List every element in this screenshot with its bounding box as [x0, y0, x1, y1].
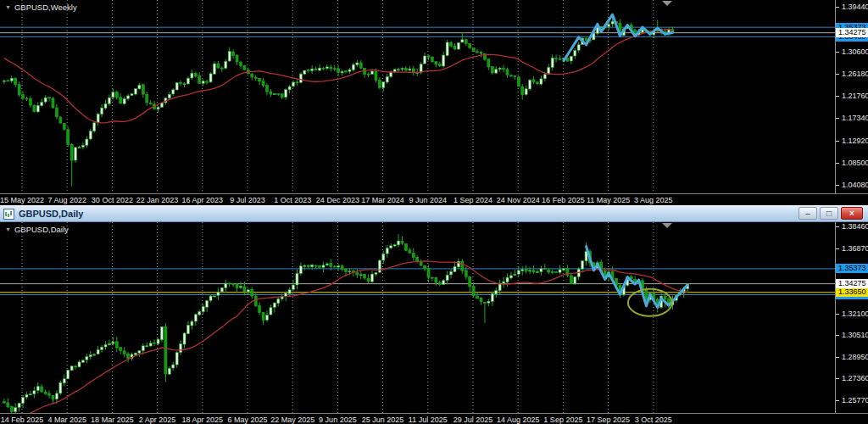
time-axis-label: 1 Sep 2024 [453, 196, 492, 204]
price-axis-tick [836, 7, 839, 8]
weekly-time-axis[interactable]: 15 May 20227 Aug 202230 Oct 202222 Jan 2… [0, 193, 868, 205]
price-axis-tick [836, 74, 839, 75]
candles-layer [3, 234, 688, 413]
time-axis-label: 9 Jul 2023 [230, 196, 265, 204]
time-axis-label: 30 Oct 2022 [92, 196, 133, 204]
weekly-symbol-label: ▼GBPUSD,Weekly [5, 3, 77, 12]
price-tag-line[interactable]: 1.35373 [836, 264, 868, 273]
time-axis-label: 17 Mar 2024 [361, 196, 404, 204]
weekly-chart-area[interactable]: ▼GBPUSD,Weekly [0, 0, 835, 193]
price-tag-bid: 1.34275 [836, 279, 868, 288]
price-axis-tick [836, 226, 839, 227]
price-axis-label: 1.27360 [842, 374, 868, 382]
price-axis-tick [836, 118, 839, 119]
price-axis-tick [836, 248, 839, 249]
candles-layer [3, 14, 674, 187]
price-axis-tick [836, 314, 839, 315]
chart-window-icon [3, 208, 14, 219]
time-axis-label: 18 Mar 2025 [91, 416, 134, 424]
time-axis-label: 25 Jun 2025 [362, 416, 404, 424]
time-axis-label: 3 Aug 2025 [634, 196, 673, 204]
time-axis-label: 16 Apr 2023 [182, 196, 224, 204]
price-tag-yellow-line[interactable]: 1.33650 [836, 287, 868, 297]
price-axis-label: 1.04080 [842, 181, 868, 189]
price-axis-tick [836, 163, 839, 164]
time-axis-label: 17 Sep 2025 [587, 416, 630, 424]
grid-layer [22, 222, 654, 413]
price-axis-label: 1.30510 [842, 331, 868, 339]
time-axis-label: 11 May 2025 [587, 196, 630, 204]
time-axis-label: 7 Aug 2022 [47, 196, 86, 204]
time-axis-label: 9 Jun 2025 [319, 416, 357, 424]
time-axis-label: 2 Apr 2025 [139, 416, 176, 424]
weekly-chart-window: ▼GBPUSD,Weekly 1.394401.350201.306001.26… [0, 0, 868, 205]
weekly-price-axis[interactable]: 1.394401.350201.306001.261801.217601.173… [835, 0, 868, 193]
time-axis-label: 24 Nov 2024 [497, 196, 540, 204]
one-click-trading-arrow-icon[interactable]: ▼ [5, 4, 11, 10]
price-axis-tick [836, 185, 839, 186]
price-axis-tick [836, 378, 839, 379]
price-axis-label: 1.26180 [842, 70, 868, 78]
chart-shift-marker-icon[interactable] [662, 1, 672, 6]
time-axis-label: 14 Aug 2025 [497, 416, 540, 424]
price-axis-label: 1.21760 [842, 92, 868, 100]
daily-symbol-label: ▼GBPUSD,Daily [5, 225, 69, 234]
time-axis-label: 14 Feb 2025 [1, 416, 44, 424]
price-axis-label: 1.25770 [842, 396, 868, 404]
time-axis-label: 6 May 2025 [227, 416, 267, 424]
price-axis-label: 1.28950 [842, 353, 868, 361]
price-axis-tick [836, 400, 839, 401]
weekly-symbol-text: GBPUSD,Weekly [14, 3, 77, 12]
daily-time-axis[interactable]: 14 Feb 20254 Mar 202518 Mar 20252 Apr 20… [0, 413, 868, 424]
levels-layer[interactable] [0, 269, 835, 295]
time-axis-label: 1 Sep 2025 [543, 416, 582, 424]
time-axis-label: 29 Jul 2025 [453, 416, 493, 424]
price-axis-label: 1.39440 [842, 3, 868, 11]
time-axis-label: 15 May 2022 [0, 196, 44, 204]
price-axis-label: 1.32100 [842, 310, 868, 318]
time-axis-label: 24 Dec 2023 [316, 196, 359, 204]
price-axis-label: 1.17340 [842, 114, 868, 122]
minimize-button[interactable]: – [798, 207, 817, 220]
zigzag-drawing[interactable] [564, 14, 672, 61]
time-axis-label: 11 Jul 2025 [409, 416, 448, 424]
one-click-trading-arrow-icon[interactable]: ▼ [5, 226, 11, 232]
window-controls: – □ × [798, 207, 865, 220]
daily-price-axis[interactable]: 1.384601.368701.352801.336901.321001.305… [835, 222, 868, 413]
time-axis-label: 22 Jan 2023 [136, 196, 179, 204]
price-axis-tick [836, 141, 839, 142]
chart-shift-marker-icon[interactable] [662, 223, 672, 228]
price-tag-bid: 1.34275 [836, 28, 868, 37]
time-axis-label: 18 Apr 2025 [182, 416, 224, 424]
time-axis-label: 3 Oct 2025 [635, 416, 672, 424]
time-axis-label: 4 Mar 2025 [47, 416, 86, 424]
levels-layer[interactable] [0, 27, 835, 36]
price-axis-label: 1.08500 [842, 159, 868, 167]
close-button[interactable]: × [841, 207, 863, 220]
daily-chart-window: GBPUSD,Daily – □ × ▼GBPUSD,Daily 1.38460… [0, 205, 868, 424]
price-axis-tick [836, 52, 839, 53]
price-axis-label: 1.36870 [842, 244, 868, 253]
price-axis-tick [836, 335, 839, 336]
daily-symbol-text: GBPUSD,Daily [14, 225, 69, 234]
time-axis-label: 16 Feb 2025 [542, 196, 585, 204]
price-axis-tick [836, 96, 839, 97]
price-axis-label: 1.38460 [842, 222, 868, 231]
restore-button[interactable]: □ [820, 207, 838, 220]
mt4-workspace: ▼GBPUSD,Weekly 1.394401.350201.306001.26… [0, 0, 868, 424]
price-axis-label: 1.30600 [842, 47, 868, 56]
daily-window-titlebar[interactable]: GBPUSD,Daily – □ × [0, 205, 868, 222]
ma-line [4, 30, 673, 123]
price-axis-tick [836, 357, 839, 358]
time-axis-label: 9 Jun 2024 [409, 196, 448, 204]
window-title: GBPUSD,Daily [19, 209, 83, 219]
time-axis-label: 1 Oct 2023 [274, 196, 311, 204]
daily-chart-canvas[interactable] [0, 222, 835, 413]
weekly-chart-canvas[interactable] [0, 0, 835, 193]
time-axis-label: 22 May 2025 [270, 416, 314, 424]
price-axis-label: 1.12920 [842, 137, 868, 145]
daily-chart-area[interactable]: ▼GBPUSD,Daily [0, 222, 835, 413]
